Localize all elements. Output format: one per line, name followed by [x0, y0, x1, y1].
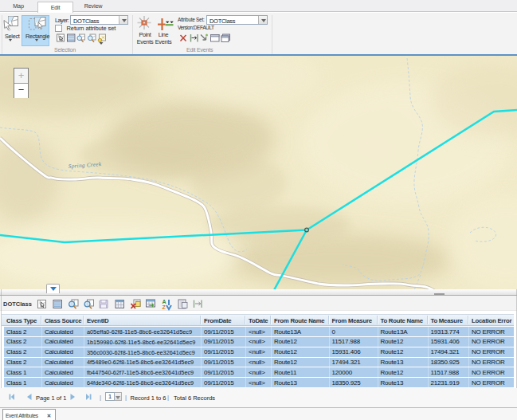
svg-text:A: A	[163, 299, 166, 304]
svg-text:Z: Z	[163, 304, 166, 310]
